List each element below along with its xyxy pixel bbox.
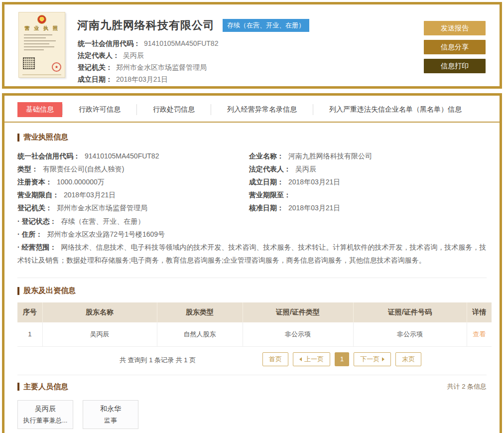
- column-header-shareholder-name: 股东名称: [42, 302, 157, 322]
- pagination-prev-button[interactable]: 上一页: [293, 352, 330, 366]
- field-value: 2018年03月21日: [64, 191, 116, 199]
- person-position: 监事: [83, 416, 138, 425]
- pagination-next-button[interactable]: 下一页: [354, 352, 391, 366]
- field-label: 登记机关：: [78, 63, 113, 71]
- field-legal-rep: 法定代表人：吴丙辰: [78, 49, 218, 61]
- staff-section-title: 主要人员信息: [17, 382, 68, 392]
- print-info-button[interactable]: 信息打印: [424, 59, 486, 73]
- field-label: 统一社会信用代码：: [17, 152, 80, 160]
- page: 营 业 执 照 河南九胜网络科技有限公司 存续（在营、开业、在册） 统一社会信用…: [0, 0, 504, 433]
- field-label: 企业名称：: [249, 152, 284, 160]
- field-value: 网络技术、信息技术、电子科技等领域内的技术开发、技术咨询、技术服务、技术转让。计…: [17, 243, 487, 264]
- field-legal-rep: 法定代表人：吴丙辰: [249, 162, 372, 175]
- cell-cert-number: 非公示项: [353, 322, 467, 346]
- column-header-cert-number: 证照/证件号码: [353, 302, 467, 322]
- field-value: 2018年03月21日: [116, 75, 168, 83]
- field-value: 2018年03月21日: [288, 178, 340, 186]
- send-report-button[interactable]: 发送报告: [424, 21, 486, 35]
- field-label: 营业期限自：: [17, 191, 59, 199]
- field-credit-code: 统一社会信用代码：91410105MA450FUT82: [17, 149, 249, 162]
- detail-card: 基础信息 行政许可信息 行政处罚信息 列入经营异常名录信息 列入严重违法失信企业…: [2, 93, 502, 433]
- field-established-date: 成立日期：2018年03月21日: [249, 175, 372, 188]
- staff-section-header: 主要人员信息 共计 2 条信息: [17, 382, 487, 392]
- cell-detail: 查看: [467, 322, 492, 346]
- license-footer-line: [22, 74, 61, 75]
- cell-cert-type: 非公示项: [243, 322, 353, 346]
- company-summary-fields: 统一社会信用代码：91410105MA450FUT82 法定代表人：吴丙辰 登记…: [78, 37, 218, 85]
- header-action-buttons: 发送报告 信息分享 信息打印: [424, 21, 486, 78]
- field-label: · 登记状态：: [17, 217, 57, 225]
- field-credit-code: 统一社会信用代码：91410105MA450FUT82: [78, 37, 218, 49]
- field-address: · 住所：郑州市金水区农业路72号1号楼1609号: [17, 228, 487, 241]
- tab-admin-penalty[interactable]: 行政处罚信息: [152, 102, 196, 117]
- person-position: 执行董事兼总...: [18, 416, 73, 425]
- field-value: 吴丙辰: [295, 165, 316, 173]
- status-badge: 存续（在营、开业、在册）: [223, 19, 309, 32]
- field-business-scope: · 经营范围：网络技术、信息技术、电子科技等领域内的技术开发、技术咨询、技术服务…: [17, 241, 487, 267]
- field-label: 营业期限至：: [249, 191, 291, 199]
- field-reg-authority: 登记机关：郑州市金水区市场监督管理局: [17, 201, 249, 214]
- business-license-image: 营 业 执 照: [18, 12, 65, 78]
- shareholders-table: 序号 股东名称 股东类型 证照/证件类型 证照/证件号码 详情 1 吴丙辰 自然: [17, 302, 492, 347]
- staff-section: 主要人员信息 共计 2 条信息 吴丙辰 执行董事兼总... 和永华 监事: [17, 375, 487, 429]
- column-header-shareholder-type: 股东类型: [157, 302, 243, 322]
- share-info-button[interactable]: 信息分享: [424, 40, 486, 54]
- company-title-row: 河南九胜网络科技有限公司 存续（在营、开业、在册）: [77, 18, 309, 33]
- field-label: 注册资本：: [17, 178, 52, 186]
- cell-shareholder-type: 自然人股东: [157, 322, 243, 346]
- tab-divider: [313, 104, 313, 115]
- tab-blacklist[interactable]: 列入严重违法失信企业名单（黑名单）信息: [328, 102, 463, 117]
- next-arrow-icon: [382, 357, 384, 361]
- field-term-to: 营业期限至：: [249, 188, 372, 201]
- pagination-last-button[interactable]: 末页: [395, 352, 421, 366]
- tab-bar: 基础信息 行政许可信息 行政处罚信息 列入经营异常名录信息 列入严重违法失信企业…: [17, 102, 500, 117]
- field-company-type: 类型：有限责任公司(自然人独资): [17, 162, 249, 175]
- license-fields-right: 企业名称：河南九胜网络科技有限公司 法定代表人：吴丙辰 成立日期：2018年03…: [249, 149, 372, 214]
- tab-abnormal-list[interactable]: 列入经营异常名录信息: [226, 102, 298, 117]
- section-title-bar: [17, 287, 19, 295]
- person-card[interactable]: 吴丙辰 执行董事兼总...: [17, 400, 73, 429]
- shareholders-section-title: 股东及出资信息: [17, 286, 487, 295]
- detail-content: 营业执照信息 统一社会信用代码：91410105MA450FUT82 类型：有限…: [4, 133, 500, 429]
- person-card[interactable]: 和永华 监事: [83, 400, 138, 429]
- tab-basic-info[interactable]: 基础信息: [17, 102, 62, 117]
- license-section-title: 营业执照信息: [17, 133, 487, 142]
- section-title-bar: [17, 134, 19, 142]
- tab-divider: [136, 104, 137, 115]
- qr-code-icon: [23, 57, 35, 69]
- field-company-name: 企业名称：河南九胜网络科技有限公司: [249, 149, 372, 162]
- license-text-lines: [19, 34, 65, 50]
- table-header-row: 序号 股东名称 股东类型 证照/证件类型 证照/证件号码 详情: [17, 302, 492, 322]
- field-label: · 经营范围：: [17, 243, 57, 251]
- section-divider: [17, 278, 487, 278]
- pagination-last-label: 末页: [402, 353, 415, 366]
- section-title-text: 股东及出资信息: [23, 286, 76, 295]
- pagination-first-button[interactable]: 首页: [262, 352, 288, 366]
- license-image-title: 营 业 执 照: [19, 25, 65, 32]
- section-title-text: 主要人员信息: [23, 382, 68, 392]
- pagination-next-label: 下一页: [360, 353, 379, 366]
- national-emblem-icon: [37, 15, 46, 24]
- tab-admin-license[interactable]: 行政许可信息: [78, 102, 122, 117]
- field-label: 成立日期：: [78, 75, 113, 83]
- field-value: 91410105MA450FUT82: [144, 39, 218, 47]
- field-label: · 住所：: [17, 230, 43, 238]
- section-title-bar: [17, 383, 19, 391]
- section-title-text: 营业执照信息: [23, 133, 68, 142]
- field-label: 法定代表人：: [78, 51, 120, 59]
- license-full-width-fields: · 登记状态：存续（在营、开业、在册） · 住所：郑州市金水区农业路72号1号楼…: [17, 215, 487, 267]
- pagination-page-1-button[interactable]: 1: [335, 352, 349, 366]
- field-value: 河南九胜网络科技有限公司: [288, 152, 372, 160]
- field-value: 有限责任公司(自然人独资): [43, 165, 124, 173]
- field-value: 吴丙辰: [123, 51, 144, 59]
- license-fields-grid: 统一社会信用代码：91410105MA450FUT82 类型：有限责任公司(自然…: [17, 149, 487, 214]
- field-term-from: 营业期限自：2018年03月21日: [17, 188, 249, 201]
- cell-shareholder-name: 吴丙辰: [42, 322, 157, 346]
- person-name: 吴丙辰: [18, 405, 73, 414]
- red-seal-icon: [52, 62, 61, 72]
- prev-arrow-icon: [299, 357, 302, 361]
- field-value: 存续（在营、开业、在册）: [61, 217, 145, 225]
- view-detail-link[interactable]: 查看: [473, 330, 486, 338]
- field-established-date: 成立日期：2018年03月21日: [78, 73, 218, 85]
- field-value: 郑州市金水区市场监督管理局: [57, 204, 147, 212]
